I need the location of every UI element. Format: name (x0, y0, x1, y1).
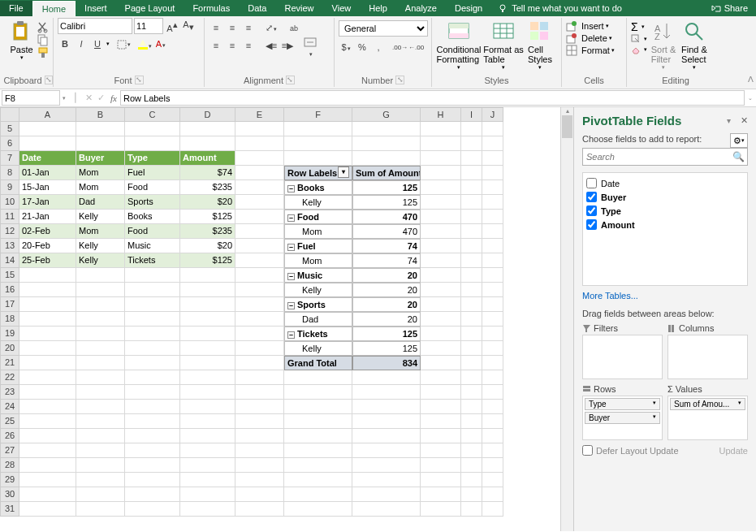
fx-icon[interactable]: fx (107, 93, 120, 103)
cell[interactable] (284, 473, 352, 487)
row-header[interactable]: 21 (0, 356, 19, 370)
tab-home[interactable]: Home (32, 1, 76, 16)
row-header[interactable]: 16 (0, 283, 19, 297)
cell[interactable] (19, 136, 76, 151)
row-header[interactable]: 17 (0, 297, 19, 312)
cell[interactable] (19, 283, 76, 297)
cell[interactable]: Fuel (125, 166, 180, 180)
field-item[interactable]: Buyer (585, 190, 745, 204)
merge[interactable] (303, 38, 318, 53)
select-all[interactable] (0, 107, 19, 122)
cell[interactable] (482, 414, 503, 429)
row-header[interactable]: 20 (0, 341, 19, 356)
cell[interactable]: $20 (180, 239, 235, 253)
cell[interactable] (482, 458, 503, 473)
cell[interactable] (235, 239, 284, 253)
increase-font[interactable]: A▴ (165, 19, 179, 33)
field-checkbox[interactable] (586, 205, 597, 216)
cell[interactable] (421, 180, 461, 195)
cell[interactable] (284, 151, 352, 166)
cell[interactable] (19, 458, 76, 473)
row-header[interactable]: 24 (0, 400, 19, 414)
cell[interactable] (125, 370, 180, 385)
comma[interactable]: , (371, 40, 386, 54)
cell[interactable] (235, 370, 284, 385)
tab-review[interactable]: Review (275, 1, 322, 16)
cell[interactable] (421, 502, 461, 517)
cell[interactable] (421, 356, 461, 370)
cell[interactable] (421, 268, 461, 283)
row-header[interactable]: 12 (0, 224, 19, 239)
cell[interactable]: 74 (352, 253, 421, 268)
col-header[interactable]: D (180, 107, 235, 122)
area-item[interactable]: Type (585, 398, 660, 410)
cell[interactable]: Kelly (284, 195, 352, 210)
cell[interactable] (421, 385, 461, 400)
cell[interactable]: Sports (125, 195, 180, 210)
cell[interactable] (421, 122, 461, 136)
collapse-icon[interactable]: – (287, 331, 295, 339)
cell[interactable] (76, 122, 125, 136)
cell[interactable]: 25-Feb (19, 253, 76, 268)
cell[interactable] (76, 341, 125, 356)
cell[interactable]: Kelly (76, 239, 125, 253)
cell[interactable]: 20-Feb (19, 239, 76, 253)
cell[interactable] (421, 151, 461, 166)
cell[interactable]: Sum of Amount (352, 166, 421, 180)
cell[interactable] (461, 210, 482, 224)
underline[interactable]: U (90, 37, 105, 51)
cell[interactable] (235, 414, 284, 429)
cell[interactable] (125, 487, 180, 502)
area-item[interactable]: Buyer (585, 412, 660, 424)
cell[interactable] (76, 312, 125, 327)
cell[interactable] (461, 327, 482, 341)
cell[interactable] (19, 487, 76, 502)
cell[interactable] (461, 180, 482, 195)
cell[interactable] (352, 458, 421, 473)
cell[interactable] (235, 487, 284, 502)
cell[interactable]: Mom (284, 224, 352, 239)
cell[interactable] (482, 356, 503, 370)
cell[interactable] (352, 443, 421, 458)
tab-insert[interactable]: Insert (76, 1, 116, 16)
cell[interactable] (180, 297, 235, 312)
cell[interactable] (125, 458, 180, 473)
cell[interactable]: 01-Jan (19, 166, 76, 180)
cell[interactable] (19, 429, 76, 443)
cell[interactable] (235, 341, 284, 356)
cell[interactable]: 125 (352, 195, 421, 210)
field-checkbox[interactable] (586, 178, 597, 188)
values-area[interactable]: Sum of Amou... (667, 396, 748, 440)
collapse-ribbon[interactable]: ᐱ (748, 75, 754, 84)
cell[interactable] (235, 180, 284, 195)
cell[interactable] (284, 136, 352, 151)
cell[interactable] (461, 356, 482, 370)
cell[interactable] (125, 283, 180, 297)
cell[interactable] (180, 136, 235, 151)
cell[interactable] (482, 385, 503, 400)
cell[interactable] (461, 239, 482, 253)
cell[interactable] (482, 400, 503, 414)
cell[interactable] (482, 502, 503, 517)
filter-dropdown[interactable]: ▾ (338, 167, 349, 178)
defer-checkbox[interactable] (582, 445, 593, 456)
cell[interactable] (180, 385, 235, 400)
cell[interactable]: Kelly (76, 253, 125, 268)
row-header[interactable]: 18 (0, 312, 19, 327)
cell[interactable]: $235 (180, 180, 235, 195)
cell[interactable]: Tickets (125, 253, 180, 268)
row-header[interactable]: 10 (0, 195, 19, 210)
sort-filter[interactable]: AZSort & Filter▾ (649, 18, 678, 71)
cell[interactable] (482, 136, 503, 151)
cell[interactable] (19, 400, 76, 414)
cell[interactable] (482, 224, 503, 239)
cell[interactable]: $20 (180, 195, 235, 210)
cell[interactable] (235, 136, 284, 151)
cell[interactable] (461, 473, 482, 487)
row-header[interactable]: 19 (0, 327, 19, 341)
cell[interactable] (482, 312, 503, 327)
cell[interactable] (125, 443, 180, 458)
field-item[interactable]: Type (585, 204, 745, 218)
cell[interactable] (421, 370, 461, 385)
cell[interactable] (352, 151, 421, 166)
